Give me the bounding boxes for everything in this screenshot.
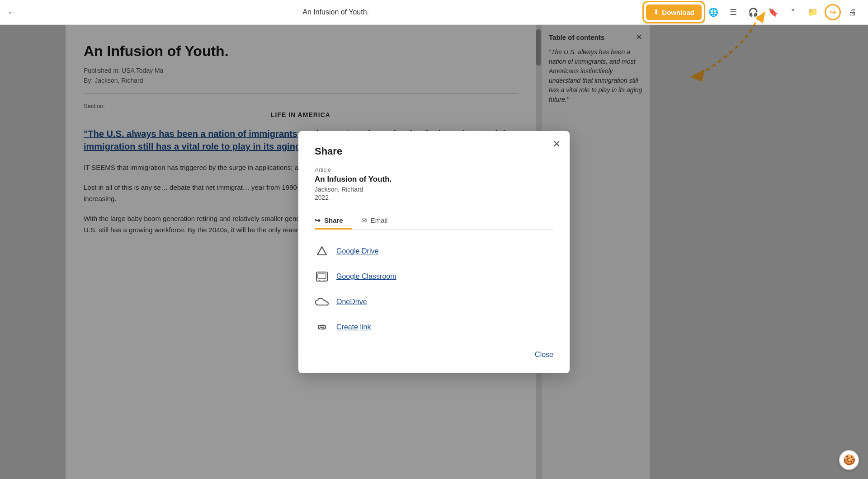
headphones-icon: 🎧 <box>748 7 758 17</box>
modal-article-year: 2022 <box>315 194 553 201</box>
modal-tabs: ↪ Share ✉ Email <box>315 212 553 230</box>
svg-line-5 <box>317 247 322 255</box>
google-classroom-icon <box>315 269 329 284</box>
modal-footer: Close <box>315 351 553 359</box>
download-button[interactable]: ⬇ Download <box>646 5 702 20</box>
create-link-label: Create link <box>336 323 371 331</box>
onedrive-icon <box>315 295 329 309</box>
google-drive-option[interactable]: Google Drive <box>315 239 553 264</box>
share-icon-button[interactable]: ↪ <box>825 4 841 20</box>
google-classroom-label: Google Classroom <box>336 272 396 281</box>
share-options: Google Drive Google Classroom <box>315 239 553 340</box>
onedrive-option[interactable]: OneDrive <box>315 289 553 315</box>
headphones-icon-button[interactable]: 🎧 <box>745 4 761 20</box>
tab-email[interactable]: ✉ Email <box>361 212 397 229</box>
tab-share[interactable]: ↪ Share <box>315 212 352 229</box>
modal-article-author: Jackson, Richard <box>315 186 553 193</box>
cookie-icon: 🍪 <box>843 454 855 466</box>
share-modal: ✕ Share Article An Infusion of Youth. Ja… <box>298 131 570 373</box>
back-button[interactable]: ← <box>7 7 16 18</box>
print-icon: 🖨 <box>849 8 857 17</box>
folder-icon: 📁 <box>808 7 818 17</box>
print-icon-button[interactable]: 🖨 <box>844 4 861 20</box>
quote-icon: " <box>792 8 794 17</box>
share-tab-icon: ↪ <box>315 216 321 225</box>
create-link-icon <box>315 320 329 334</box>
modal-backdrop: ✕ Share Article An Infusion of Youth. Ja… <box>0 25 868 479</box>
modal-article-type: Article <box>315 166 553 173</box>
bookmark-icon: 🔖 <box>768 7 778 17</box>
toolbar-icons: ⬇ Download 🌐 ☰ 🎧 🔖 " 📁 ↪ 🖨 <box>646 4 861 20</box>
list-icon: ☰ <box>730 7 737 17</box>
share-tab-label: Share <box>324 216 343 224</box>
email-tab-label: Email <box>371 216 388 224</box>
download-icon: ⬇ <box>653 8 659 16</box>
modal-close-btn[interactable]: Close <box>535 351 553 359</box>
quote-icon-button[interactable]: " <box>785 4 801 20</box>
list-icon-button[interactable]: ☰ <box>725 4 741 20</box>
create-link-option[interactable]: Create link <box>315 315 553 340</box>
download-button-wrapper: ⬇ Download <box>646 5 702 20</box>
google-drive-label: Google Drive <box>336 247 378 255</box>
google-drive-icon <box>315 244 329 258</box>
document-title: An Infusion of Youth. <box>25 8 646 16</box>
modal-title: Share <box>315 146 553 157</box>
svg-marker-2 <box>317 247 326 255</box>
back-icon: ← <box>7 7 16 17</box>
bookmark-icon-button[interactable]: 🔖 <box>765 4 781 20</box>
globe-icon-button[interactable]: 🌐 <box>705 4 722 20</box>
email-tab-icon: ✉ <box>361 216 367 225</box>
google-classroom-option[interactable]: Google Classroom <box>315 264 553 289</box>
onedrive-label: OneDrive <box>336 298 367 306</box>
top-bar: ← An Infusion of Youth. ⬇ Download 🌐 ☰ 🎧… <box>0 0 868 25</box>
share-icon: ↪ <box>830 7 836 17</box>
svg-line-3 <box>322 247 326 255</box>
cookie-icon-button[interactable]: 🍪 <box>839 450 859 470</box>
modal-article-name: An Infusion of Youth. <box>315 175 553 184</box>
globe-icon: 🌐 <box>708 7 718 17</box>
svg-rect-7 <box>318 274 326 278</box>
modal-close-button[interactable]: ✕ <box>552 138 561 150</box>
folder-icon-button[interactable]: 📁 <box>805 4 821 20</box>
